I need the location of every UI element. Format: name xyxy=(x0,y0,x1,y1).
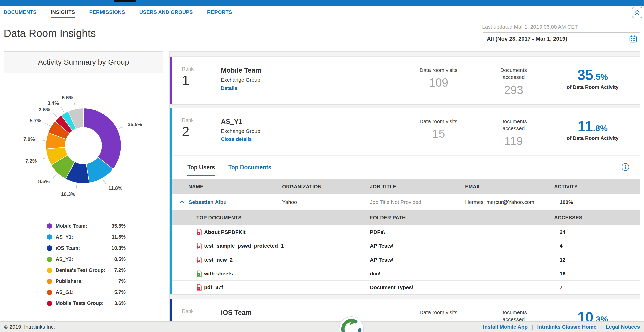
legend-value: 11.8% xyxy=(112,234,126,240)
group-name: AS_Y1 xyxy=(221,118,401,126)
legend-color-dot xyxy=(47,245,52,251)
data-room-visits-stat: Data room visits 109 xyxy=(401,66,476,104)
svg-text:A: A xyxy=(198,232,199,234)
nav-tab-users-and-groups[interactable]: USERS AND GROUPS xyxy=(139,6,193,19)
legend-color-dot xyxy=(47,268,52,273)
chart-legend: Mobile Team:35.5%AS_Y1:11.8%iOS Team:10.… xyxy=(47,220,126,311)
group-color-bar xyxy=(170,57,172,104)
slice-percent-label: 7.0% xyxy=(23,136,35,142)
document-row[interactable]: Atest_new_2AP Tests\12 xyxy=(172,253,640,267)
slice-percent-label: 7.2% xyxy=(25,158,37,164)
activity-summary-panel: Activity Summary by Group 35.5%11.8%10.3… xyxy=(4,51,163,311)
data-room-visits-stat: Data room visits xyxy=(401,308,476,321)
pdf-file-icon: A xyxy=(196,243,202,250)
documents-accessed-stat: Documents accessed 293 xyxy=(476,66,551,104)
details-link[interactable]: Details xyxy=(221,85,237,91)
legend-label: AS_G1: xyxy=(56,289,114,295)
group-color-bar xyxy=(170,108,172,294)
pdf-file-icon: A xyxy=(196,284,202,291)
legend-color-dot xyxy=(47,234,52,240)
label-leader-line xyxy=(74,103,75,108)
footer-links: Install Mobile App | Intralinks Classic … xyxy=(483,324,640,330)
slice-percent-label: 3.6% xyxy=(39,107,50,112)
install-mobile-app-link[interactable]: Install Mobile App xyxy=(483,324,528,330)
legend-item: iOS Team:10.3% xyxy=(47,242,126,254)
nav-tab-reports[interactable]: REPORTS xyxy=(207,6,232,19)
folder-path: PDFs\ xyxy=(370,229,554,235)
group-color-bar xyxy=(170,299,172,321)
intralinks-classic-home-link[interactable]: Intralinks Classic Home xyxy=(537,324,596,330)
label-leader-line xyxy=(61,108,64,112)
user-row[interactable]: Sebastian Albu Yahoo Job Title Not Provi… xyxy=(172,194,640,210)
document-name: with sheets xyxy=(204,271,233,277)
tab-top-documents[interactable]: Top Documents xyxy=(228,156,271,179)
svg-text:A: A xyxy=(198,246,199,248)
donut-slice[interactable] xyxy=(83,108,121,169)
group-card-mobile-team[interactable]: Rank 1 Mobile Team Exchange Group Detail… xyxy=(170,56,640,105)
rank-label: Rank xyxy=(182,117,221,123)
calendar-icon[interactable] xyxy=(629,35,637,43)
pdf-file-icon: A xyxy=(196,257,202,263)
legend-value: 7% xyxy=(118,278,126,284)
group-card-ios-team[interactable]: Rank iOS Team Data room visits Documents… xyxy=(170,299,640,321)
chevron-up-icon[interactable] xyxy=(179,200,186,204)
document-name: test_new_2 xyxy=(204,257,233,263)
label-leader-line xyxy=(42,158,46,159)
group-card-as-y1[interactable]: Rank 2 AS_Y1 Exchange Group Close detail… xyxy=(170,108,640,295)
slice-percent-label: 5.7% xyxy=(30,118,41,123)
legend-value: 10.3% xyxy=(111,245,126,251)
legend-value: 7.2% xyxy=(114,267,126,273)
document-row[interactable]: AAbout PSPDFKitPDFs\24 xyxy=(172,225,640,239)
nav-tab-insights[interactable]: INSIGHTS xyxy=(51,6,75,19)
data-room-visits-stat: Data room visits 15 xyxy=(401,117,476,155)
tab-top-users[interactable]: Top Users xyxy=(187,156,215,179)
chevron-double-up-icon xyxy=(634,9,640,16)
folder-path: dcc\ xyxy=(370,271,554,277)
info-circle-icon[interactable] xyxy=(621,163,630,172)
users-table-header: NAME ORGANIZATION JOB TITLE EMAIL ACTIVI… xyxy=(172,179,640,194)
svg-text:X: X xyxy=(198,273,199,276)
legend-label: Denisa's Test Group: xyxy=(56,267,114,273)
document-name: test_sample_pswd_protected_1 xyxy=(204,243,284,249)
collapse-panel-button[interactable] xyxy=(632,7,642,18)
legal-notices-link[interactable]: Legal Notices xyxy=(606,324,640,330)
top-blue-bar xyxy=(0,0,644,6)
folder-path: AP Tests\ xyxy=(370,257,554,263)
legend-label: Publishers: xyxy=(56,278,118,284)
close-details-link[interactable]: Close details xyxy=(221,136,252,142)
slice-percent-label: 35.5% xyxy=(128,122,142,127)
activity-donut-chart: 35.5%11.8%10.3%8.5%7.2%7.0%5.7%3.6%3.4%6… xyxy=(4,73,163,213)
chart-title: Activity Summary by Group xyxy=(4,52,163,73)
label-leader-line xyxy=(76,184,77,189)
legend-label: AS_Y2: xyxy=(56,256,114,262)
documents-table-body: AAbout PSPDFKitPDFs\24Atest_sample_pswd_… xyxy=(172,225,640,294)
label-leader-line xyxy=(40,140,45,141)
user-job-title: Job Title Not Provided xyxy=(370,199,465,205)
user-name-link[interactable]: Sebastian Albu xyxy=(189,199,227,205)
group-name: iOS Team xyxy=(221,309,401,317)
date-range-value: All (Nov 23, 2017 - Mar 1, 2019) xyxy=(487,36,567,42)
nav-tab-permissions[interactable]: PERMISSIONS xyxy=(89,6,125,19)
legend-label: iOS Team: xyxy=(56,245,111,251)
date-range-select[interactable]: All (Nov 23, 2017 - Mar 1, 2019) xyxy=(482,32,640,45)
user-activity: 100% xyxy=(554,199,640,205)
label-leader-line xyxy=(45,123,50,126)
slice-percent-label: 3.4% xyxy=(47,100,59,106)
rank-label: Rank xyxy=(182,308,221,314)
legend-item: AS_G1:5.7% xyxy=(47,287,126,298)
group-name: Mobile Team xyxy=(221,67,401,74)
document-row[interactable]: Atest_sample_pswd_protected_1AP Tests\4 xyxy=(172,239,640,253)
legend-label: AS_Y1: xyxy=(56,234,112,240)
rank-number: 2 xyxy=(182,125,221,138)
document-row[interactable]: Xwith sheetsdcc\16 xyxy=(172,267,640,281)
document-name: About PSPDFKit xyxy=(204,229,245,235)
accesses-count: 12 xyxy=(554,257,640,263)
document-name: pdf_37f xyxy=(204,284,223,290)
main-content: Activity Summary by Group 35.5%11.8%10.3… xyxy=(0,47,644,321)
nav-tab-documents[interactable]: DOCUMENTS xyxy=(4,6,37,19)
pdf-file-icon: A xyxy=(196,229,202,236)
document-row[interactable]: Apdf_37fDocument Types\7 xyxy=(172,281,640,294)
legend-value: 5.7% xyxy=(114,289,126,295)
group-type: Exchange Group xyxy=(221,128,401,134)
legend-item: Mobile Tests Group:3.6% xyxy=(47,298,126,309)
